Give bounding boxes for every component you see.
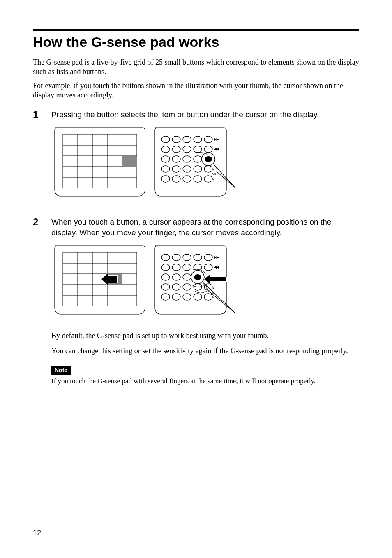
plus-icon: +: [212, 168, 214, 171]
pressed-button-icon: [191, 271, 204, 284]
svg-point-26: [194, 166, 202, 172]
svg-point-23: [161, 166, 170, 172]
svg-point-54: [172, 264, 180, 271]
svg-point-53: [161, 264, 170, 271]
step-text: Pressing the button selects the item or …: [51, 109, 359, 120]
svg-point-29: [172, 176, 180, 182]
svg-point-25: [183, 166, 191, 172]
illustration-1: + VC −: [51, 125, 359, 208]
svg-point-72: [194, 274, 201, 280]
intro-paragraph-1: The G-sense pad is a five-by-five grid o…: [33, 58, 359, 77]
prev-track-icon: [214, 148, 219, 150]
svg-point-31: [194, 176, 202, 182]
minus-icon: −: [212, 178, 214, 181]
svg-point-67: [172, 294, 180, 300]
svg-point-28: [161, 176, 170, 182]
display-diagram: [51, 125, 146, 199]
step-2: 2 When you touch a button, a cursor appe…: [33, 217, 359, 385]
highlighted-cell-icon: [122, 156, 137, 167]
svg-point-22: [194, 156, 202, 162]
step-number: 1: [33, 109, 51, 120]
svg-point-51: [194, 254, 202, 261]
svg-line-37: [214, 165, 235, 187]
svg-point-10: [172, 136, 180, 143]
svg-point-60: [183, 274, 191, 280]
page: How the G-sense pad works The G-sense pa…: [0, 0, 392, 558]
svg-point-16: [183, 146, 191, 153]
svg-point-57: [204, 264, 212, 271]
thumb-pointer-icon: [203, 283, 235, 313]
svg-point-20: [172, 156, 180, 162]
svg-point-49: [172, 254, 180, 261]
svg-point-59: [172, 274, 180, 280]
step-after-text-2: You can change this setting or set the s…: [51, 346, 359, 356]
svg-rect-39: [63, 252, 137, 306]
svg-point-19: [161, 156, 170, 162]
svg-point-32: [204, 176, 212, 182]
svg-point-55: [183, 264, 191, 271]
svg-point-61: [161, 284, 170, 290]
vc-label: VC: [212, 173, 216, 175]
display-diagram: [51, 243, 146, 317]
step-1: 1 Pressing the button selects the item o…: [33, 109, 359, 208]
note-text: If you touch the G-sense pad with severa…: [51, 377, 359, 385]
plus-icon: +: [212, 287, 214, 290]
page-title: How the G-sense pad works: [33, 34, 359, 50]
step-number: 2: [33, 217, 51, 227]
svg-point-13: [204, 136, 212, 143]
pressed-button-icon: [202, 153, 215, 166]
prev-track-icon: [214, 266, 219, 269]
svg-point-12: [194, 136, 202, 143]
svg-point-66: [161, 294, 170, 300]
pad-diagram: + VC −: [152, 125, 243, 208]
svg-point-50: [183, 254, 191, 261]
step-body: Pressing the button selects the item or …: [51, 109, 359, 208]
next-track-icon: [214, 138, 219, 141]
note-label: Note: [51, 366, 71, 375]
svg-point-14: [161, 146, 170, 153]
svg-point-24: [172, 166, 180, 172]
svg-line-75: [203, 283, 235, 313]
svg-line-38: [217, 171, 235, 187]
svg-point-30: [183, 176, 191, 182]
next-track-icon: [214, 256, 219, 259]
svg-line-76: [207, 289, 235, 313]
thumb-pointer-icon: [214, 165, 235, 187]
page-number: 12: [33, 529, 41, 537]
svg-point-63: [183, 284, 191, 290]
intro-paragraph-2: For example, if you touch the buttons sh…: [33, 81, 359, 100]
step-body: When you touch a button, a cursor appear…: [51, 217, 359, 385]
svg-point-17: [194, 146, 202, 153]
horizontal-rule: [33, 29, 359, 31]
svg-point-62: [172, 284, 180, 290]
step-text: When you touch a button, a cursor appear…: [51, 217, 359, 238]
svg-point-11: [183, 136, 191, 143]
svg-point-34: [205, 156, 212, 162]
svg-point-9: [161, 136, 170, 143]
svg-point-52: [204, 254, 212, 261]
illustration-2: + JL −: [51, 243, 359, 326]
svg-point-18: [204, 146, 212, 153]
svg-point-68: [183, 294, 191, 300]
svg-point-21: [183, 156, 191, 162]
step-after-text-1: By default, the G-sense pad is set up to…: [51, 331, 359, 340]
minus-icon: −: [212, 296, 214, 299]
svg-point-70: [204, 294, 212, 300]
svg-point-15: [172, 146, 180, 153]
left-arrow-icon: [204, 274, 226, 284]
svg-point-48: [161, 254, 170, 261]
svg-point-58: [161, 274, 170, 280]
svg-point-27: [204, 166, 212, 172]
pad-diagram: + JL −: [152, 243, 243, 326]
svg-point-69: [194, 294, 202, 300]
